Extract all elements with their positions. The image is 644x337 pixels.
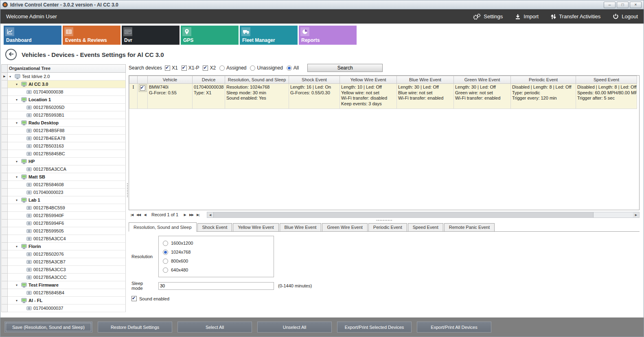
tree-item-00127b584608[interactable]: 00127B584608 bbox=[8, 181, 126, 189]
column-header-speed-event[interactable]: Speed Event bbox=[576, 76, 637, 84]
nav-tile-gps[interactable]: GPS bbox=[181, 26, 239, 45]
tree-item-florin[interactable]: ▾Florin bbox=[8, 243, 126, 250]
export-print-selected-devices-button[interactable]: Export/Print Selected Devices bbox=[337, 322, 412, 333]
expand-icon[interactable]: ▾ bbox=[16, 283, 20, 287]
horizontal-splitter[interactable] bbox=[129, 218, 640, 222]
resolution-option-1024x768[interactable]: 1024x768 bbox=[163, 250, 269, 255]
nav-next-icon[interactable]: ▶ bbox=[182, 212, 188, 218]
radio-assigned[interactable] bbox=[219, 65, 225, 71]
column-header-resolution-sound-and-sleep[interactable]: Resolution, Sound and Sleep bbox=[225, 76, 289, 84]
tree-item-test-firmware[interactable]: ▾Test Firmware bbox=[8, 281, 126, 289]
tree-item-00127b5a3ccc[interactable]: 00127B5A3CCC bbox=[8, 274, 126, 281]
nav-tile-events-reviews[interactable]: Events & Reviews bbox=[63, 26, 120, 45]
save-resolution-sound-and-sleep-button[interactable]: Save (Resolution, Sound and Sleep) bbox=[4, 322, 92, 333]
expand-icon[interactable]: ▾ bbox=[16, 121, 20, 125]
expand-icon[interactable]: ▾ bbox=[16, 160, 20, 163]
radio-640x480[interactable] bbox=[163, 267, 168, 273]
sleep-mode-input[interactable] bbox=[158, 282, 274, 290]
resolution-option-800x600[interactable]: 800x600 bbox=[163, 259, 269, 264]
tree-item-00127b4bc559[interactable]: 00127B4BC559 bbox=[8, 204, 126, 212]
scroll-right-icon[interactable]: ▶ bbox=[633, 212, 639, 217]
tree-item-location-1[interactable]: ▾Location 1 bbox=[8, 96, 126, 104]
filter-x1[interactable]: X1 bbox=[165, 65, 178, 71]
column-header-periodic-event[interactable]: Periodic Event bbox=[511, 76, 576, 84]
export-print-all-devices-button[interactable]: Export/Print All Devices bbox=[417, 322, 491, 333]
column-header-device[interactable]: Device bbox=[193, 76, 225, 84]
horizontal-scrollbar[interactable]: ◀ ▶ bbox=[207, 212, 640, 218]
tree-item-00127b5993b1[interactable]: 00127B5993B1 bbox=[8, 111, 126, 119]
action-transfer-activities[interactable]: Transfer Activities bbox=[551, 13, 600, 20]
checkbox-x1-p[interactable] bbox=[182, 65, 187, 71]
action-settings[interactable]: Settings bbox=[473, 13, 503, 20]
tree-item-00127b5a3cc3[interactable]: 00127B5A3CC3 bbox=[8, 266, 126, 274]
tree-item-017040000037[interactable]: 017040000037 bbox=[8, 304, 126, 312]
row-checkbox[interactable] bbox=[140, 85, 145, 91]
select-all-button[interactable]: Select All bbox=[177, 322, 252, 333]
nav-tile-dashboard[interactable]: Dashboard bbox=[4, 26, 61, 45]
nav-prev-page-icon[interactable]: ◀◀ bbox=[135, 212, 142, 218]
tree-item-al-cc-3-0[interactable]: ▾Al CC 3.0 bbox=[8, 80, 126, 88]
nav-tile-reports[interactable]: Reports bbox=[299, 26, 357, 45]
nav-tile-fleet-manager[interactable]: Fleet Manager bbox=[240, 26, 298, 45]
nav-tile-dvr[interactable]: Dvr bbox=[122, 26, 180, 45]
filter-all[interactable]: All bbox=[287, 65, 299, 71]
expand-icon[interactable]: ▾ bbox=[16, 245, 20, 248]
close-button[interactable]: × bbox=[630, 2, 642, 8]
restore-default-settings-button[interactable]: Restore Default Settings bbox=[98, 322, 172, 333]
tree-item-test-idrive-2-0[interactable]: ▾Test Idrive 2.0 bbox=[8, 73, 126, 80]
tree-item-hp[interactable]: ▾HP bbox=[8, 158, 126, 165]
nav-prev-icon[interactable]: ◀ bbox=[142, 212, 148, 218]
tree-item-00127b503163[interactable]: 00127B503163 bbox=[8, 142, 126, 150]
action-import[interactable]: Import bbox=[515, 13, 539, 20]
radio-all[interactable] bbox=[287, 65, 292, 71]
column-header-green-wire-event[interactable]: Green Wire Event bbox=[454, 76, 511, 84]
tab-resolution-sound-and-sleep[interactable]: Resolution, Sound and Sleep bbox=[129, 222, 197, 232]
device-row[interactable]: IBMW740iG-Force: 0.55017040000038Type: X… bbox=[129, 84, 637, 109]
tree-item-00127b5a3cb7[interactable]: 00127B5A3CB7 bbox=[8, 258, 126, 266]
nav-next-page-icon[interactable]: ▶▶ bbox=[188, 212, 195, 218]
filter-assigned[interactable]: Assigned bbox=[219, 65, 246, 71]
tree-item-00127b5a3cca[interactable]: 00127B5A3CCA bbox=[8, 165, 126, 173]
column-header-vehicle[interactable]: Vehicle bbox=[148, 76, 193, 84]
tree-item-00127b5845b4[interactable]: 00127B5845B4 bbox=[8, 289, 126, 297]
expand-icon[interactable]: ▾ bbox=[16, 198, 20, 202]
scrollbar-track[interactable] bbox=[594, 212, 633, 217]
tab-green-wire-event[interactable]: Green Wire Event bbox=[322, 223, 367, 231]
column-header-yellow-wire-event[interactable]: Yellow Wire Event bbox=[340, 76, 397, 84]
tree-item-00127b4b5f88[interactable]: 00127B4B5F88 bbox=[8, 127, 126, 135]
checkbox-x2[interactable] bbox=[203, 65, 208, 71]
radio-800x600[interactable] bbox=[163, 259, 168, 264]
tree-item-00127b5994f6[interactable]: 00127B5994F6 bbox=[8, 220, 126, 227]
tree-item-00127b5a3cc4[interactable]: 00127B5A3CC4 bbox=[8, 235, 126, 243]
tab-shock-event[interactable]: Shock Event bbox=[197, 223, 232, 231]
expand-icon[interactable]: ▾ bbox=[16, 98, 20, 102]
tree-item-00127b599505[interactable]: 00127B599505 bbox=[8, 227, 126, 235]
expand-icon[interactable]: ▾ bbox=[16, 175, 20, 179]
tree-item-00127b5845bc[interactable]: 00127B5845BC bbox=[8, 150, 126, 158]
tree-item-lab-1[interactable]: ▾Lab 1 bbox=[8, 196, 126, 204]
nav-first-icon[interactable]: |◀ bbox=[129, 212, 135, 218]
tab-speed-event[interactable]: Speed Event bbox=[408, 223, 443, 231]
column-header-blue-wire-event[interactable]: Blue Wire Event bbox=[397, 76, 454, 84]
back-button[interactable] bbox=[5, 49, 17, 60]
minimize-button[interactable]: – bbox=[604, 2, 616, 8]
column-header-shock-event[interactable]: Shock Event bbox=[289, 76, 340, 84]
action-logout[interactable]: Logout bbox=[613, 13, 638, 20]
tab-remote-panic-event[interactable]: Remote Panic Event bbox=[444, 223, 495, 231]
filter-x2[interactable]: X2 bbox=[203, 65, 216, 71]
unselect-all-button[interactable]: Unselect All bbox=[257, 322, 332, 333]
maximize-button[interactable]: □ bbox=[617, 2, 629, 8]
tree-item-00127b59940f[interactable]: 00127B59940F bbox=[8, 212, 126, 220]
resolution-option-640x480[interactable]: 640x480 bbox=[163, 267, 269, 273]
scroll-left-icon[interactable]: ◀ bbox=[207, 212, 213, 217]
tree-item-matt-sb[interactable]: ▾Matt SB bbox=[8, 173, 126, 181]
resolution-option-1600x1200[interactable]: 1600x1200 bbox=[163, 241, 269, 246]
sound-enabled-checkbox[interactable] bbox=[131, 296, 137, 301]
tree-item-00127b502076[interactable]: 00127B502076 bbox=[8, 250, 126, 258]
expand-icon[interactable]: ▾ bbox=[16, 299, 20, 302]
tree-item-al-fl[interactable]: ▾Al - FL bbox=[8, 297, 126, 304]
expand-icon[interactable]: ▾ bbox=[16, 83, 20, 86]
radio-1600x1200[interactable] bbox=[163, 241, 168, 246]
scrollbar-thumb[interactable] bbox=[213, 212, 594, 217]
filter-unassigned[interactable]: Unassigned bbox=[250, 65, 283, 71]
